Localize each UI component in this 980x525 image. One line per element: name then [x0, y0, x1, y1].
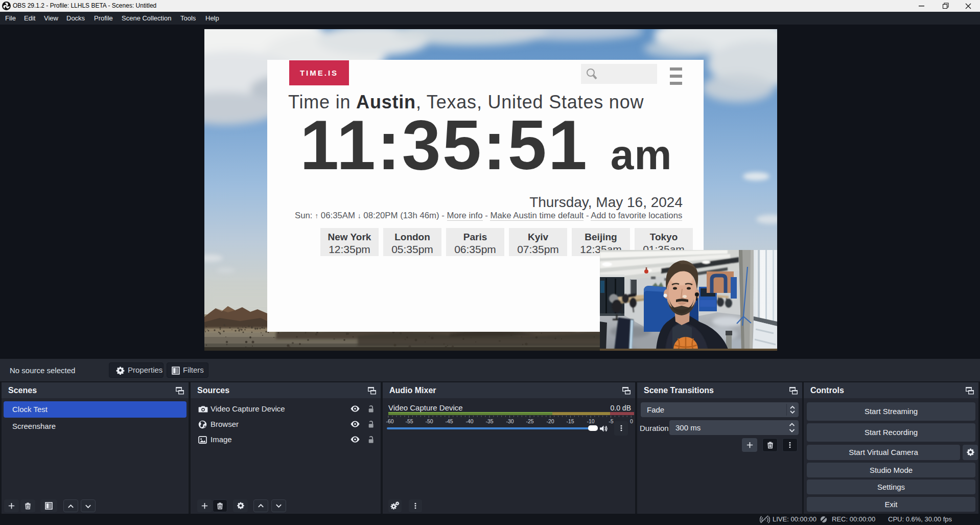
svg-text:0: 0	[630, 418, 633, 424]
svg-text:-10: -10	[587, 418, 594, 424]
svg-text:-40: -40	[465, 418, 473, 424]
svg-text:-50: -50	[425, 418, 433, 424]
svg-text:-25: -25	[526, 418, 533, 424]
svg-text:-60: -60	[386, 418, 393, 424]
svg-text:-5: -5	[609, 418, 613, 424]
svg-text:-55: -55	[405, 418, 413, 424]
svg-text:-30: -30	[506, 418, 514, 424]
svg-text:-45: -45	[445, 418, 453, 424]
svg-text:-20: -20	[546, 418, 554, 424]
svg-text:-35: -35	[485, 418, 493, 424]
svg-text:-15: -15	[566, 418, 574, 424]
